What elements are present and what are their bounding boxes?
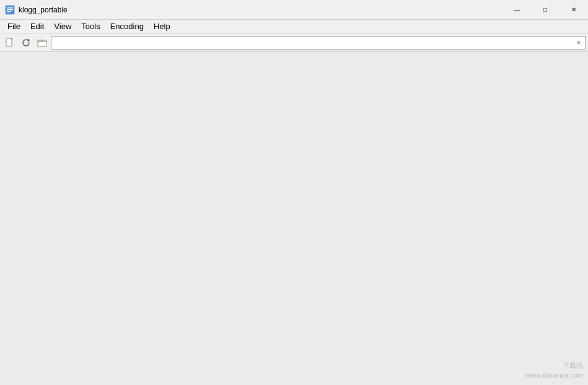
svg-rect-2 [7,9,13,11]
new-file-button[interactable] [2,35,17,50]
open-file-icon [37,38,47,48]
reload-icon [21,38,31,48]
menu-item-file[interactable]: File [2,20,25,32]
menu-item-encoding[interactable]: Encoding [105,20,149,32]
menu-item-edit[interactable]: Edit [25,20,49,32]
menu-item-help[interactable]: Help [149,20,175,32]
main-content [0,52,588,385]
menu-item-tools[interactable]: Tools [76,20,105,32]
title-bar-left: klogg_portable [5,5,68,15]
search-clear-button[interactable]: × [573,37,584,48]
search-input[interactable] [51,36,586,50]
maximize-button[interactable]: □ [531,0,559,20]
toolbar: × [0,33,588,52]
new-file-icon [5,38,15,48]
svg-rect-1 [7,7,13,9]
app-icon [5,5,15,15]
minimize-button[interactable]: — [502,0,531,20]
svg-rect-4 [6,38,12,46]
menu-bar: File Edit View Tools Encoding Help [0,20,588,33]
reload-button[interactable] [19,35,33,50]
window-title: klogg_portable [19,6,68,14]
svg-rect-7 [38,40,42,41]
search-bar-container: × [51,36,586,50]
close-button[interactable]: ✕ [559,0,588,20]
title-bar-buttons: — □ ✕ [502,0,588,20]
open-file-button[interactable] [35,35,50,50]
title-bar: klogg_portable — □ ✕ [0,0,588,20]
menu-item-view[interactable]: View [49,20,76,32]
svg-rect-3 [7,11,11,12]
